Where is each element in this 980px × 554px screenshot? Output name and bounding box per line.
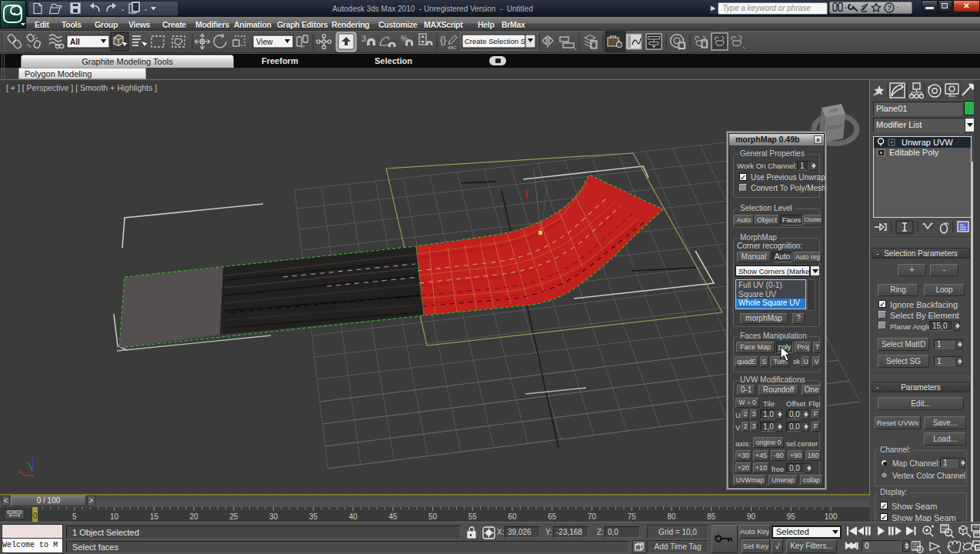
svg-text:30: 30 — [269, 512, 278, 521]
svg-text:20: 20 — [189, 512, 198, 521]
svg-text:3: 3 — [362, 34, 366, 43]
svg-text:Create Selection Se: Create Selection Se — [465, 37, 530, 45]
svg-text:100: 100 — [825, 512, 838, 521]
svg-text:70: 70 — [588, 512, 597, 521]
svg-text:?: ? — [888, 4, 892, 12]
svg-text:65: 65 — [548, 512, 557, 521]
svg-text:40: 40 — [348, 512, 358, 521]
svg-text:80: 80 — [667, 512, 676, 521]
svg-text:ABC: ABC — [448, 45, 456, 50]
svg-text:0: 0 — [33, 512, 38, 520]
svg-text:90: 90 — [747, 512, 756, 521]
svg-text:50: 50 — [428, 512, 438, 521]
svg-text:35: 35 — [309, 512, 318, 521]
svg-text:25: 25 — [229, 512, 238, 521]
svg-text:75: 75 — [628, 512, 637, 521]
svg-text:10: 10 — [110, 512, 119, 521]
svg-text:{}: {} — [440, 35, 446, 45]
svg-text:All: All — [70, 38, 80, 46]
svg-text:5: 5 — [72, 512, 77, 521]
svg-text:15: 15 — [150, 512, 159, 521]
svg-text:60: 60 — [508, 512, 517, 521]
svg-text:View: View — [256, 38, 273, 46]
svg-text:95: 95 — [787, 512, 796, 521]
svg-text:45: 45 — [388, 512, 398, 521]
svg-text:55: 55 — [468, 512, 478, 521]
svg-text:85: 85 — [707, 512, 716, 521]
